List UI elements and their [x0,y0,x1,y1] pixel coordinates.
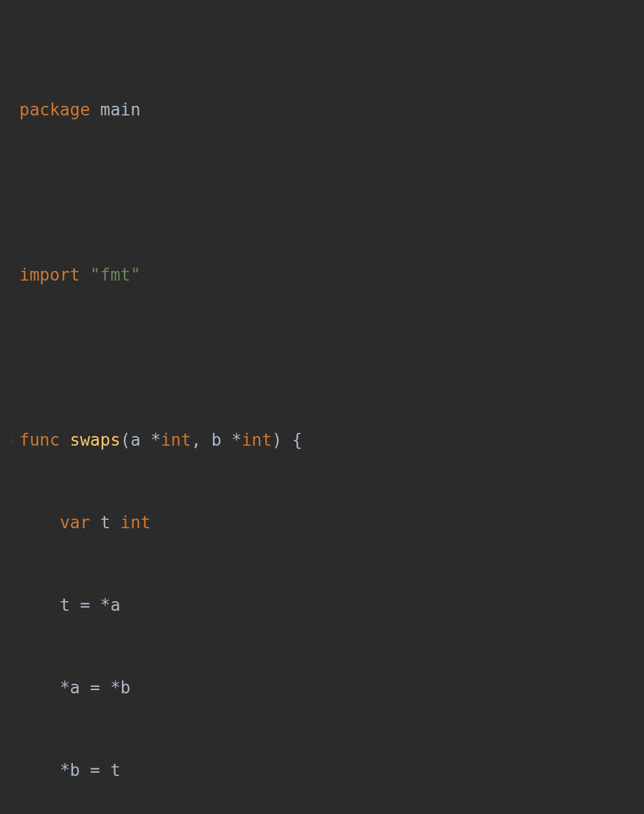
fold-icon[interactable]: › [6,419,18,461]
star-op: * [110,678,121,697]
ident-b: b [121,678,131,697]
code-line[interactable]: import "fmt" [8,254,644,295]
brace-open: { [292,430,303,450]
keyword-var: var [60,513,90,532]
funcname-swaps: swaps [70,430,120,450]
comma: , [191,430,201,450]
paren-open: ( [121,430,131,450]
keyword-func: func [19,430,60,450]
ident-a: a [70,678,80,697]
ident-a: a [110,595,121,615]
star-op: * [100,595,110,615]
ident-t: t [60,595,70,615]
star-op: * [232,430,242,450]
code-line[interactable]: *a = *b [8,667,644,708]
eq-op: = [80,595,90,615]
code-line[interactable]: t = *a [8,584,644,626]
param-a: a [130,430,141,450]
star-op: * [60,760,70,780]
string-fmt: "fmt" [90,265,141,284]
keyword-import: import [19,265,80,284]
code-line-blank[interactable] [8,337,644,378]
ident-main: main [100,100,141,119]
param-b: b [211,430,221,450]
eq-op: = [90,760,101,780]
code-line[interactable]: package main [8,89,644,130]
star-op: * [151,430,161,450]
type-int: int [241,430,272,450]
code-editor[interactable]: package main import "fmt" ›func swaps(a … [0,0,644,814]
ident-b: b [70,760,80,780]
code-line[interactable]: *b = t [8,749,644,791]
type-int: int [121,513,151,532]
ident-t: t [100,513,110,532]
eq-op: = [90,678,101,697]
ident-t: t [110,760,121,780]
type-int: int [161,430,191,450]
code-line[interactable]: ›func swaps(a *int, b *int) { [8,419,644,461]
code-line[interactable]: var t int [8,502,644,543]
code-line-blank[interactable] [8,172,644,213]
keyword-package: package [19,100,90,119]
star-op: * [60,678,70,697]
paren-close: ) [272,430,282,450]
